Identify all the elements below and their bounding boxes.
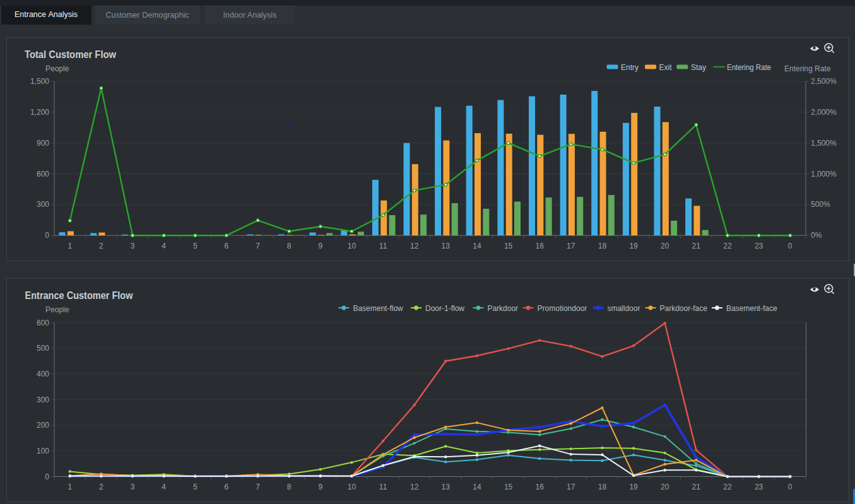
svg-text:300: 300: [37, 200, 49, 209]
svg-text:23: 23: [755, 483, 764, 491]
svg-text:9: 9: [318, 483, 322, 491]
svg-text:Entering Rate: Entering Rate: [727, 63, 771, 72]
svg-text:14: 14: [473, 242, 481, 250]
svg-text:11: 11: [379, 483, 387, 491]
svg-text:600: 600: [37, 170, 49, 179]
svg-text:Stay: Stay: [691, 63, 706, 72]
svg-text:2: 2: [99, 483, 103, 491]
svg-text:11: 11: [379, 242, 387, 250]
svg-text:9: 9: [318, 242, 322, 250]
svg-text:300: 300: [37, 396, 49, 404]
svg-text:1,000%: 1,000%: [811, 170, 837, 179]
svg-text:16: 16: [536, 242, 545, 250]
svg-text:1: 1: [68, 242, 72, 250]
svg-text:500: 500: [37, 344, 49, 353]
svg-text:7: 7: [256, 242, 260, 250]
svg-text:6: 6: [225, 242, 229, 250]
svg-text:22: 22: [723, 483, 732, 491]
svg-text:12: 12: [410, 242, 419, 250]
svg-text:5: 5: [193, 483, 198, 491]
svg-text:21: 21: [692, 483, 701, 491]
svg-text:21: 21: [692, 242, 701, 250]
svg-text:10: 10: [348, 242, 357, 250]
svg-text:smalldoor: smalldoor: [607, 304, 640, 313]
svg-text:18: 18: [598, 242, 607, 250]
svg-text:Parkdoor: Parkdoor: [487, 304, 518, 313]
svg-text:2,500%: 2,500%: [811, 77, 837, 86]
svg-text:People: People: [45, 305, 69, 314]
svg-text:23: 23: [755, 242, 764, 250]
svg-text:100: 100: [37, 447, 49, 455]
svg-text:Basement-face: Basement-face: [726, 304, 777, 313]
svg-text:2: 2: [99, 242, 103, 250]
svg-text:19: 19: [629, 483, 638, 491]
svg-text:7: 7: [256, 483, 260, 491]
svg-text:19: 19: [629, 242, 638, 250]
svg-text:14: 14: [473, 483, 481, 491]
svg-text:2,000%: 2,000%: [811, 108, 837, 117]
svg-text:0: 0: [45, 472, 49, 481]
svg-text:1,500%: 1,500%: [811, 139, 837, 148]
svg-text:3: 3: [131, 242, 135, 250]
svg-text:1,500: 1,500: [30, 77, 49, 86]
svg-text:400: 400: [37, 370, 49, 378]
svg-text:20: 20: [661, 242, 669, 250]
svg-text:8: 8: [287, 242, 292, 250]
svg-text:17: 17: [567, 242, 575, 250]
svg-text:13: 13: [442, 483, 451, 491]
svg-text:5: 5: [193, 242, 198, 250]
svg-text:4: 4: [162, 483, 166, 491]
svg-text:13: 13: [442, 242, 451, 250]
svg-text:Entrance Customer Flow: Entrance Customer Flow: [25, 290, 133, 301]
svg-text:0: 0: [788, 483, 793, 491]
svg-text:0: 0: [788, 242, 793, 250]
svg-text:Total Customer Flow: Total Customer Flow: [25, 49, 116, 60]
svg-text:0%: 0%: [811, 231, 822, 240]
svg-text:16: 16: [536, 483, 545, 491]
svg-text:15: 15: [504, 242, 513, 250]
svg-text:3: 3: [131, 483, 135, 491]
svg-text:0: 0: [45, 231, 49, 240]
svg-text:1,200: 1,200: [30, 108, 49, 117]
svg-text:Exit: Exit: [659, 63, 673, 72]
svg-text:200: 200: [37, 421, 49, 430]
svg-text:People: People: [45, 64, 69, 73]
svg-text:Parkdoor-face: Parkdoor-face: [660, 304, 708, 313]
svg-text:Door-1-flow: Door-1-flow: [425, 304, 464, 313]
svg-text:600: 600: [37, 319, 49, 327]
svg-text:1: 1: [68, 483, 72, 491]
svg-text:22: 22: [723, 242, 732, 250]
svg-text:8: 8: [287, 483, 292, 491]
svg-text:18: 18: [598, 483, 607, 491]
svg-text:4: 4: [162, 242, 166, 250]
svg-text:20: 20: [661, 483, 669, 491]
svg-text:900: 900: [37, 139, 49, 148]
svg-text:Promotiondoor: Promotiondoor: [538, 304, 587, 313]
svg-text:6: 6: [225, 483, 229, 491]
svg-text:15: 15: [504, 483, 513, 491]
svg-text:Entry: Entry: [621, 63, 639, 72]
svg-text:500%: 500%: [811, 200, 830, 209]
svg-text:Entering Rate: Entering Rate: [784, 64, 831, 73]
svg-text:17: 17: [567, 483, 575, 491]
svg-text:10: 10: [348, 483, 357, 491]
svg-text:Basement-flow: Basement-flow: [353, 304, 403, 313]
svg-text:12: 12: [410, 483, 419, 491]
